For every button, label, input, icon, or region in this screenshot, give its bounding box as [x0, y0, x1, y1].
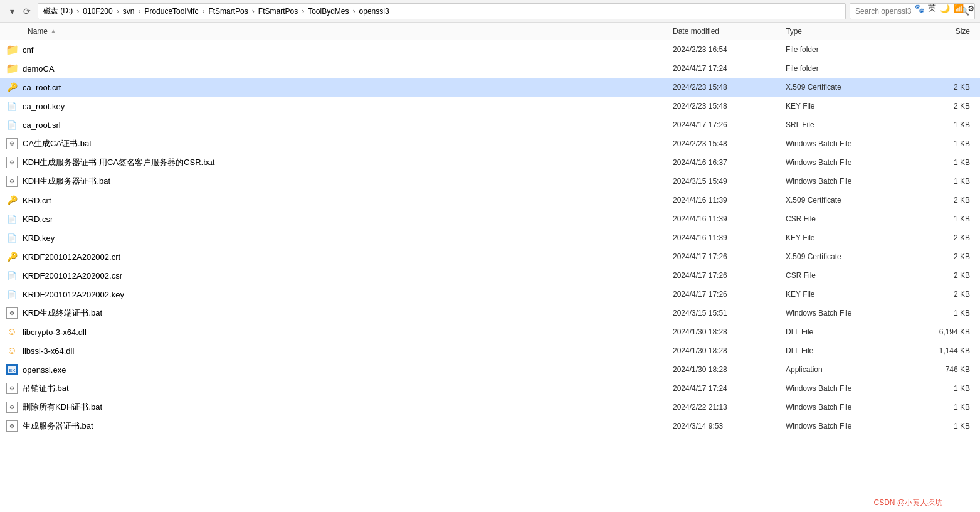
breadcrumb-separator: › [202, 7, 204, 16]
breadcrumb-item[interactable]: openssl3 [359, 7, 389, 16]
file-type: CSR File [786, 271, 911, 280]
dll-icon-cell: ☺ [5, 344, 19, 358]
nav-down-button[interactable]: ▾ [5, 4, 19, 18]
file-date: 2024/2/23 16:54 [673, 45, 786, 54]
file-type: File folder [786, 64, 911, 73]
breadcrumb-item[interactable]: ProduceToolMfc [144, 7, 198, 16]
svg-text:EXE: EXE [9, 368, 16, 373]
file-date: 2024/3/14 9:53 [673, 422, 786, 430]
table-row[interactable]: EXEopenssl.exe2024/1/30 18:28Application… [0, 360, 980, 379]
table-row[interactable]: 🔑KRD.crt2024/4/16 11:39X.509 Certificate… [0, 191, 980, 210]
text-icon-cell: 📄 [5, 118, 19, 132]
cert-icon: 🔑 [7, 195, 18, 205]
table-row[interactable]: ⚙KDH生成服务器证书 用CA签名客户服务器的CSR.bat2024/4/16 … [0, 153, 980, 172]
table-row[interactable]: 📄KRD.key2024/4/16 11:39KEY File2 KB [0, 228, 980, 247]
file-size: 2 KB [911, 290, 980, 299]
file-date: 2024/2/23 15:48 [673, 102, 786, 110]
file-date: 2024/4/17 17:26 [673, 120, 786, 129]
tray-icon-3[interactable]: 📶 [954, 4, 964, 13]
file-date: 2024/2/23 15:48 [673, 83, 786, 92]
file-icon: 📄 [7, 215, 17, 224]
file-date: 2024/4/16 11:39 [673, 215, 786, 223]
breadcrumb-separator: › [353, 7, 356, 16]
bat-icon: ⚙ [6, 402, 18, 413]
table-row[interactable]: ⚙KRD生成终端证书.bat2024/3/15 15:51Windows Bat… [0, 304, 980, 323]
table-row[interactable]: ⚙CA生成CA证书.bat2024/2/23 15:48Windows Batc… [0, 134, 980, 153]
file-size: 1 KB [911, 139, 980, 148]
file-name: libssl-3-x64.dll [23, 346, 673, 356]
file-name: 吊销证书.bat [23, 383, 673, 394]
breadcrumb-item[interactable]: svn [123, 7, 135, 16]
table-row[interactable]: 📄KRDF2001012A202002.csr2024/4/17 17:26CS… [0, 266, 980, 285]
file-date: 2024/2/22 21:13 [673, 403, 786, 412]
file-name: KRDF2001012A202002.crt [23, 252, 673, 262]
file-name: cnf [23, 45, 673, 55]
exe-icon: EXE [6, 364, 18, 375]
table-row[interactable]: 📄ca_root.key2024/2/23 15:48KEY File2 KB [0, 97, 980, 115]
table-row[interactable]: 📁cnf2024/2/23 16:54File folder [0, 40, 980, 59]
tray-icon-1[interactable]: 英 [928, 3, 936, 14]
bat-icon: ⚙ [6, 307, 18, 319]
file-name: KRD.key [23, 233, 673, 243]
tray-icon-0[interactable]: 🐾 [914, 4, 924, 13]
file-name: 删除所有KDH证书.bat [23, 402, 673, 413]
col-header-size[interactable]: Size [911, 27, 980, 36]
table-row[interactable]: ⚙KDH生成服务器证书.bat2024/3/15 15:49Windows Ba… [0, 172, 980, 191]
file-name: ca_root.srl [23, 120, 673, 130]
table-row[interactable]: 📄ca_root.srl2024/4/17 17:26SRL File1 KB [0, 115, 980, 134]
table-row[interactable]: ⚙删除所有KDH证书.bat2024/2/22 21:13Windows Bat… [0, 398, 980, 417]
col-header-date[interactable]: Date modified [673, 27, 786, 36]
tray-icon-4[interactable]: ⚙ [967, 4, 975, 13]
file-date: 2024/4/17 17:26 [673, 290, 786, 299]
col-header-name[interactable]: Name ▲ [25, 27, 673, 36]
table-row[interactable]: 📁demoCA2024/4/17 17:24File folder [0, 59, 980, 78]
table-row[interactable]: ⚙生成服务器证书.bat2024/3/14 9:53Windows Batch … [0, 417, 980, 435]
key-icon-cell: 📄 [5, 231, 19, 245]
dll-icon-cell: ☺ [5, 325, 19, 339]
file-type: KEY File [786, 233, 911, 242]
table-row[interactable]: 🔑ca_root.crt2024/2/23 15:48X.509 Certifi… [0, 78, 980, 97]
file-size: 1 KB [911, 177, 980, 186]
table-row[interactable]: ⚙吊销证书.bat2024/4/17 17:24Windows Batch Fi… [0, 379, 980, 398]
file-name: 生成服务器证书.bat [23, 420, 673, 432]
file-size: 2 KB [911, 252, 980, 261]
table-row[interactable]: ☺libcrypto-3-x64.dll2024/1/30 18:28DLL F… [0, 323, 980, 341]
bat-icon: ⚙ [6, 138, 18, 149]
breadcrumb-path[interactable]: 磁盘 (D:)›010F200›svn›ProduceToolMfc›FtSma… [38, 3, 846, 19]
breadcrumb-separator: › [252, 7, 255, 16]
file-name: KRD.crt [23, 196, 673, 205]
table-row[interactable]: 📄KRD.csr2024/4/16 11:39CSR File1 KB [0, 210, 980, 228]
file-type: Windows Batch File [786, 422, 911, 430]
table-row[interactable]: 📄KRDF2001012A202002.key2024/4/17 17:26KE… [0, 285, 980, 304]
file-icon: 📄 [7, 271, 17, 280]
column-headers: Name ▲ Date modified Type Size [0, 23, 980, 40]
file-name: libcrypto-3-x64.dll [23, 328, 673, 337]
file-date: 2024/2/23 15:48 [673, 139, 786, 148]
file-name: KDH生成服务器证书.bat [23, 176, 673, 187]
table-row[interactable]: 🔑KRDF2001012A202002.crt2024/4/17 17:26X.… [0, 247, 980, 266]
table-row[interactable]: ☺libssl-3-x64.dll2024/1/30 18:28DLL File… [0, 341, 980, 360]
dll-icon: ☺ [7, 345, 17, 356]
breadcrumb-item[interactable]: 010F200 [83, 7, 112, 16]
file-date: 2024/3/15 15:49 [673, 177, 786, 186]
file-date: 2024/4/17 17:26 [673, 252, 786, 261]
breadcrumb-item[interactable]: ToolBydMes [308, 7, 349, 16]
breadcrumb-item[interactable]: FtSmartPos [208, 7, 248, 16]
file-type: Windows Batch File [786, 177, 911, 186]
folder-icon: 📁 [6, 62, 19, 75]
file-size: 1,144 KB [911, 346, 980, 355]
file-type: Windows Batch File [786, 158, 911, 167]
file-list: 📁cnf2024/2/23 16:54File folder📁demoCA202… [0, 40, 980, 512]
file-date: 2024/4/17 17:26 [673, 271, 786, 280]
file-type: SRL File [786, 120, 911, 129]
file-name: KDH生成服务器证书 用CA签名客户服务器的CSR.bat [23, 157, 673, 168]
col-header-type[interactable]: Type [786, 27, 911, 36]
breadcrumb-item[interactable]: 磁盘 (D:) [43, 6, 73, 16]
tray-icon-2[interactable]: 🌙 [940, 4, 950, 13]
file-type: DLL File [786, 346, 911, 355]
file-size: 1 KB [911, 309, 980, 317]
breadcrumb-item[interactable]: FtSmartPos [258, 7, 298, 16]
nav-refresh-button[interactable]: ⟳ [20, 4, 34, 18]
file-date: 2024/4/16 11:39 [673, 233, 786, 242]
key-icon: 📄 [7, 102, 17, 111]
